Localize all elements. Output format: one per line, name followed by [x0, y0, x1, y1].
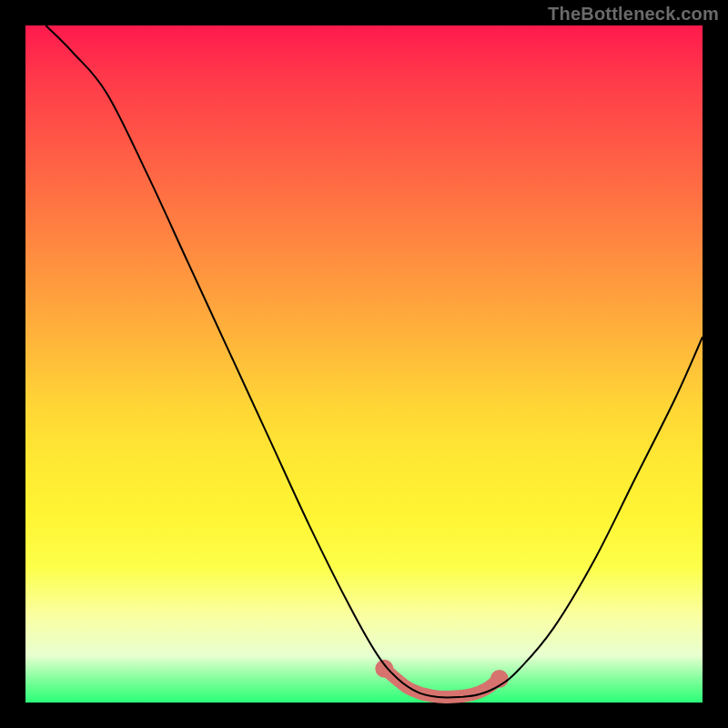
attribution-text: TheBottleneck.com: [548, 4, 719, 25]
outer-frame: TheBottleneck.com: [0, 0, 728, 728]
optimal-range-endpoint: [375, 660, 393, 678]
curve-layer: [0, 0, 728, 728]
bottleneck-curve: [46, 25, 703, 698]
